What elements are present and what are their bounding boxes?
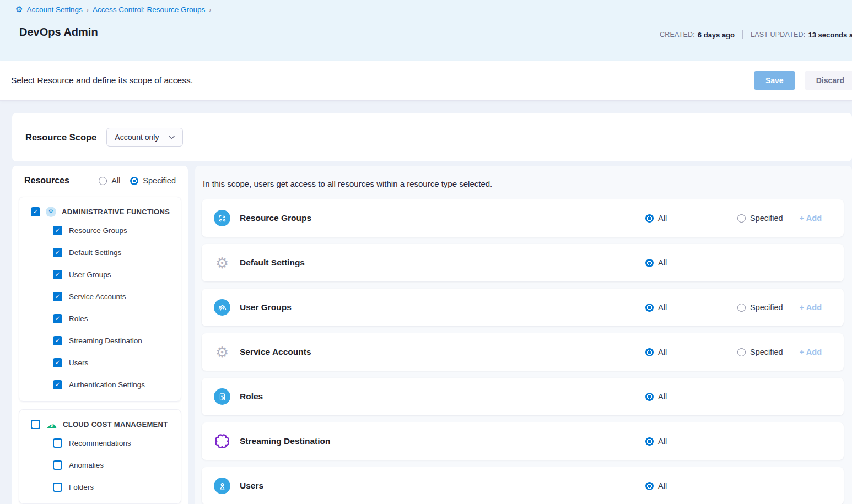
card-options: All bbox=[645, 437, 822, 446]
resource-card-user-groups: User Groups All Specified + Add bbox=[202, 289, 844, 326]
tree-item-folders[interactable]: Folders bbox=[53, 476, 175, 498]
tree-item-label: Roles bbox=[69, 315, 88, 323]
checkbox-unchecked[interactable] bbox=[53, 483, 62, 492]
radio-selected-icon[interactable] bbox=[645, 482, 654, 490]
checkbox-checked[interactable]: ✓ bbox=[53, 358, 62, 367]
card-options: All Specified + Add bbox=[645, 348, 822, 356]
roles-icon bbox=[214, 388, 230, 405]
resources-radio-specified[interactable]: Specified bbox=[130, 176, 176, 185]
resource-scope-select[interactable]: Account only bbox=[106, 128, 183, 147]
chevron-down-icon bbox=[169, 136, 175, 139]
card-radio-all[interactable]: All bbox=[645, 392, 737, 401]
checkbox-checked[interactable]: ✓ bbox=[53, 270, 62, 279]
check-icon: ✓ bbox=[55, 315, 61, 322]
card-radio-all[interactable]: All bbox=[645, 481, 737, 490]
tree-item-anomalies[interactable]: Anomalies bbox=[53, 454, 175, 476]
checkbox-unchecked[interactable] bbox=[53, 438, 62, 448]
checkbox-checked[interactable]: ✓ bbox=[53, 380, 62, 389]
group-label: CLOUD COST MANAGEMENT bbox=[63, 420, 168, 429]
resource-card-users: Users All bbox=[202, 467, 844, 504]
tree-item-label: Recommendations bbox=[69, 439, 131, 447]
tree-item-label: Users bbox=[69, 359, 88, 367]
discard-button[interactable]: Discard bbox=[805, 71, 852, 90]
card-radio-specified[interactable]: Specified bbox=[737, 348, 783, 356]
checkbox-checked[interactable]: ✓ bbox=[53, 248, 62, 257]
tree-item-label: Service Accounts bbox=[69, 292, 126, 301]
radio-selected-icon[interactable] bbox=[130, 177, 138, 185]
card-radio-all[interactable]: All bbox=[645, 437, 737, 446]
resources-radio-all[interactable]: All bbox=[99, 176, 120, 185]
checkbox-checked[interactable]: ✓ bbox=[53, 226, 62, 235]
tree-item-user-groups[interactable]: ✓ User Groups bbox=[53, 263, 175, 285]
tree-item-recommendations[interactable]: Recommendations bbox=[53, 432, 175, 454]
radio-all-label: All bbox=[658, 392, 667, 401]
card-radio-all[interactable]: All bbox=[645, 214, 737, 223]
checkbox-unchecked[interactable] bbox=[31, 420, 40, 429]
page-header: ⚙ Account Settings › Access Control: Res… bbox=[0, 0, 852, 61]
card-radio-all[interactable]: All bbox=[645, 348, 737, 356]
users-icon bbox=[214, 478, 230, 494]
radio-unselected-icon[interactable] bbox=[99, 177, 107, 185]
radio-selected-icon[interactable] bbox=[645, 393, 654, 401]
radio-unselected-icon[interactable] bbox=[737, 348, 746, 356]
card-title: Roles bbox=[240, 392, 263, 402]
card-title: Streaming Destination bbox=[240, 436, 331, 446]
add-button[interactable]: + Add bbox=[800, 348, 822, 356]
tree-item-users[interactable]: ✓ Users bbox=[53, 351, 175, 373]
columns: Resources All Specified ✓ ⚙ bbox=[12, 166, 852, 504]
radio-selected-icon[interactable] bbox=[645, 259, 654, 267]
card-title: Default Settings bbox=[240, 258, 305, 268]
tree-item-resource-groups[interactable]: ✓ Resource Groups bbox=[53, 219, 175, 241]
save-button[interactable]: Save bbox=[754, 71, 795, 90]
chevron-right-icon: › bbox=[209, 6, 211, 14]
tree-item-label: Folders bbox=[69, 483, 94, 491]
chevron-right-icon: › bbox=[87, 6, 89, 14]
resource-card-service-accounts: ⚙ Service Accounts All Specified + Add bbox=[202, 333, 844, 371]
checkbox-checked[interactable]: ✓ bbox=[53, 292, 62, 301]
card-radio-all[interactable]: All bbox=[645, 303, 737, 312]
breadcrumb-account-settings[interactable]: Account Settings bbox=[26, 6, 82, 14]
card-radio-specified[interactable]: Specified bbox=[737, 303, 783, 312]
resource-groups-icon bbox=[214, 210, 230, 226]
tree-item-label: Resource Groups bbox=[69, 226, 127, 235]
radio-all-label: All bbox=[111, 176, 120, 185]
card-options: All bbox=[645, 392, 822, 401]
radio-selected-icon[interactable] bbox=[645, 214, 654, 223]
radio-selected-icon[interactable] bbox=[645, 437, 654, 446]
card-radio-specified[interactable]: Specified bbox=[737, 214, 783, 223]
created-value: 6 days ago bbox=[698, 31, 735, 39]
group-label: ADMINISTRATIVE FUNCTIONS bbox=[62, 208, 170, 216]
breadcrumb-access-control[interactable]: Access Control: Resource Groups bbox=[93, 6, 205, 14]
group-administrative-functions: ✓ ⚙ ADMINISTRATIVE FUNCTIONS ✓ Resource … bbox=[19, 197, 181, 402]
radio-all-label: All bbox=[658, 348, 667, 356]
checkbox-checked[interactable]: ✓ bbox=[53, 336, 62, 345]
tree-item-default-settings[interactable]: ✓ Default Settings bbox=[53, 241, 175, 263]
checkbox-checked[interactable]: ✓ bbox=[31, 207, 40, 216]
resource-card-resource-groups: Resource Groups All Specified + Add bbox=[202, 199, 844, 237]
radio-selected-icon[interactable] bbox=[645, 348, 654, 356]
resource-card-roles: Roles All bbox=[202, 378, 844, 415]
radio-unselected-icon[interactable] bbox=[737, 304, 746, 312]
add-button[interactable]: + Add bbox=[800, 214, 822, 223]
card-title: Users bbox=[240, 481, 263, 491]
tree-item-streaming-destination[interactable]: ✓ Streaming Destination bbox=[53, 329, 175, 351]
card-title: Resource Groups bbox=[240, 213, 311, 223]
tree-item-authentication-settings[interactable]: ✓ Authentication Settings bbox=[53, 373, 175, 395]
resource-card-streaming-destination: Streaming Destination All bbox=[202, 422, 844, 460]
card-options: All bbox=[645, 258, 822, 267]
last-updated-value: 13 seconds ago bbox=[808, 31, 852, 39]
toolbar-description: Select Resource and define its scope of … bbox=[11, 75, 193, 85]
checkbox-checked[interactable]: ✓ bbox=[53, 314, 62, 323]
card-radio-all[interactable]: All bbox=[645, 258, 737, 267]
add-button[interactable]: + Add bbox=[800, 303, 822, 312]
scope-main-area: In this scope, users get access to all r… bbox=[195, 166, 852, 504]
tree-item-roles[interactable]: ✓ Roles bbox=[53, 307, 175, 329]
checkbox-unchecked[interactable] bbox=[53, 460, 62, 470]
radio-selected-icon[interactable] bbox=[645, 304, 654, 312]
resources-header: Resources All Specified bbox=[12, 176, 188, 186]
user-groups-icon bbox=[214, 299, 230, 316]
tree-item-service-accounts[interactable]: ✓ Service Accounts bbox=[53, 285, 175, 307]
check-icon: ✓ bbox=[55, 337, 61, 344]
tree-item-label: Anomalies bbox=[69, 461, 104, 469]
radio-unselected-icon[interactable] bbox=[737, 214, 746, 223]
